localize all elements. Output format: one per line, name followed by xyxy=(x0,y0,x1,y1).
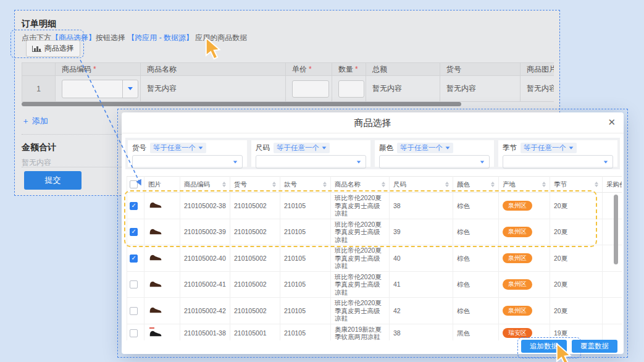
unit-price-input[interactable] xyxy=(292,80,329,98)
product-col-header[interactable]: 尺码 xyxy=(390,177,453,193)
season: 20夏 xyxy=(550,193,603,219)
product-code: 210105002-40 xyxy=(180,245,230,272)
size: 42 xyxy=(390,298,453,324)
size: 38 xyxy=(390,193,453,219)
filter-value-select[interactable] xyxy=(132,155,243,169)
style-no: 210105 xyxy=(280,245,331,272)
close-icon[interactable]: ✕ xyxy=(608,117,616,128)
filter-operator-dropdown[interactable]: 等于任意一个 xyxy=(397,143,453,153)
quantity-input[interactable] xyxy=(338,80,364,98)
filter-value-select[interactable] xyxy=(256,155,366,169)
origin-badge: 泉州区 xyxy=(503,279,532,290)
origin-badge: 泉州区 xyxy=(503,201,532,211)
product-image-cell: 暂无内容 xyxy=(521,76,554,102)
sort-icon[interactable] xyxy=(595,182,598,187)
product-image xyxy=(144,193,180,219)
product-col-header[interactable]: 货号 xyxy=(230,177,280,193)
unit-price-cell xyxy=(286,76,332,102)
order-items-table: 商品编码*商品名称单价*数量*总额货号商品图片 1 暂无内容 暂无内容 暂无内容… xyxy=(22,62,554,102)
append-data-button[interactable]: 追加数据 xyxy=(521,340,567,353)
product-code: 210105002-39 xyxy=(180,219,230,245)
product-col-header[interactable]: 商品编码 xyxy=(180,177,230,193)
product-name: 班比帝伦2020夏季真皮男士高级凉鞋 xyxy=(331,298,390,324)
product-col-header: 图片 xyxy=(144,177,180,193)
filter-operator-dropdown[interactable]: 等于任意一个 xyxy=(150,143,206,153)
chevron-down-icon xyxy=(480,161,484,163)
filter-bar: 货号 等于任意一个 尺码 等于任意一个 颜色 等于任意一个 季节 等于任意一个 xyxy=(125,138,620,169)
product-col-header[interactable]: 款号 xyxy=(280,177,331,193)
season: 20夏 xyxy=(550,219,603,245)
size: 39 xyxy=(390,219,453,245)
purchase-price xyxy=(603,193,622,219)
table-row[interactable]: 210105002-39 210105002 210105 班比帝伦2020夏季… xyxy=(127,219,622,245)
overwrite-data-button[interactable]: 覆盖数据 xyxy=(572,340,617,353)
table-row[interactable]: 210105002-40 210105002 210105 班比帝伦2020夏季… xyxy=(127,245,622,272)
table-row[interactable]: 210105002-38 210105002 210105 班比帝伦2020夏季… xyxy=(127,193,622,219)
add-row-button[interactable]: ＋ 添加 xyxy=(22,116,48,127)
select-all-checkbox-cell xyxy=(127,177,144,193)
order-col-header: 数量* xyxy=(332,63,366,76)
order-col-header: 商品图片 xyxy=(521,63,554,76)
product-col-header[interactable]: 颜色 xyxy=(453,177,499,193)
row-index: 1 xyxy=(22,76,56,102)
filter-value-select[interactable] xyxy=(503,155,613,169)
sort-icon[interactable] xyxy=(542,182,546,187)
sort-icon[interactable] xyxy=(491,182,495,187)
vertical-scrollbar[interactable] xyxy=(614,195,618,264)
item-no: 210105002 xyxy=(230,245,280,272)
sort-icon[interactable] xyxy=(272,182,276,187)
product-code: 210105002-42 xyxy=(180,298,230,324)
row-checkbox[interactable] xyxy=(130,228,138,236)
product-name: 班比帝伦2020夏季真皮男士高级凉鞋 xyxy=(331,271,390,298)
row-checkbox[interactable] xyxy=(130,255,138,263)
color: 棕色 xyxy=(453,193,499,219)
row-checkbox[interactable] xyxy=(130,202,138,210)
sort-icon[interactable] xyxy=(445,182,449,187)
product-image xyxy=(144,271,180,298)
product-code-select[interactable] xyxy=(62,80,138,98)
style-no: 210105 xyxy=(280,219,331,245)
filter-operator-dropdown[interactable]: 等于任意一个 xyxy=(274,143,330,153)
bar-chart-icon xyxy=(32,46,41,52)
select-all-checkbox[interactable] xyxy=(130,180,138,188)
product-col-header[interactable]: 季节 xyxy=(550,177,603,193)
order-col-header: 单价* xyxy=(286,63,332,76)
product-col-header[interactable]: 产地 xyxy=(499,177,550,193)
table-row[interactable]: 210105002-42 210105002 210105 班比帝伦2020夏季… xyxy=(127,298,622,324)
order-col-header xyxy=(22,63,56,76)
sort-icon[interactable] xyxy=(382,182,385,187)
color: 棕色 xyxy=(453,219,499,245)
sort-icon[interactable] xyxy=(323,182,327,187)
season: 20夏 xyxy=(550,298,603,324)
product-col-header: 采购价 xyxy=(603,177,622,193)
product-code: 210105001-38 xyxy=(180,324,230,340)
product-code: 210105002-38 xyxy=(180,193,230,219)
row-checkbox[interactable] xyxy=(130,307,138,315)
product-name-cell: 暂无内容 xyxy=(141,76,286,102)
order-col-header: 商品名称 xyxy=(141,63,286,76)
item-no-cell: 暂无内容 xyxy=(440,76,521,102)
season: 20夏 xyxy=(550,245,603,272)
filter-label: 季节 xyxy=(503,143,517,153)
submit-button[interactable]: 提交 xyxy=(24,171,82,190)
product-table: 图片商品编码货号款号商品名称尺码颜色产地季节采购价 210105002-38 2… xyxy=(127,176,622,340)
filter-operator-dropdown[interactable]: 等于任意一个 xyxy=(521,143,577,153)
table-row[interactable]: 210105002-41 210105002 210105 班比帝伦2020夏季… xyxy=(127,271,622,298)
table-row[interactable]: 210105001-38 210105001 210105 奥康2019新款夏季… xyxy=(127,324,622,340)
row-checkbox[interactable] xyxy=(130,329,138,337)
horizontal-scrollbar[interactable] xyxy=(22,102,461,106)
panel-title: 订单明细 xyxy=(22,19,56,30)
color: 棕色 xyxy=(453,271,499,298)
row-checkbox[interactable] xyxy=(130,280,138,288)
filter-label: 颜色 xyxy=(379,143,393,153)
order-col-header: 货号 xyxy=(440,63,521,76)
filter-card: 颜色 等于任意一个 xyxy=(375,140,494,167)
product-select-modal: 商品选择 ✕ 货号 等于任意一个 尺码 等于任意一个 颜色 等于任意一个 季节 … xyxy=(122,112,624,354)
sort-icon[interactable] xyxy=(222,182,226,187)
product-col-header[interactable]: 商品名称 xyxy=(331,177,390,193)
product-select-button[interactable]: 商品选择 xyxy=(26,40,80,57)
filter-value-select[interactable] xyxy=(379,155,490,169)
total-cell: 暂无内容 xyxy=(366,76,440,102)
filter-card: 尺码 等于任意一个 xyxy=(251,140,370,167)
style-no: 210105 xyxy=(280,193,331,219)
